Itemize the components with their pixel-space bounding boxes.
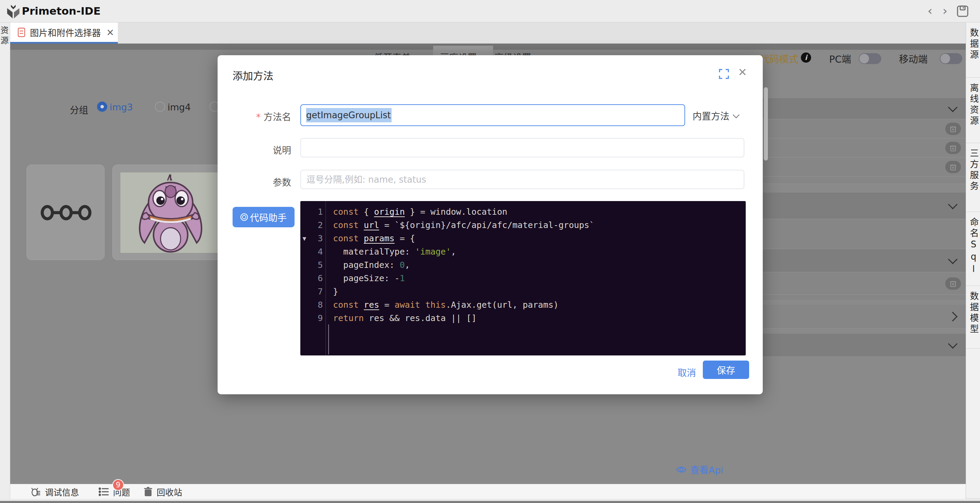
image-card-placeholder[interactable] [27, 164, 105, 260]
add-method-dialog: 添加方法 ✕ 方法名 getImageGroupList 内置方法 说明 参数 … [218, 55, 763, 394]
line-text: pageSize: -1 [323, 273, 405, 283]
delete-icon[interactable] [945, 161, 961, 173]
view-api-label: 查看Api [690, 463, 723, 476]
radio-label[interactable]: img4 [167, 102, 191, 112]
cancel-button[interactable]: 取消 [676, 365, 698, 379]
tab-bar [10, 22, 966, 44]
app-logo-icon [6, 4, 21, 19]
description-label: 说明 [232, 143, 291, 156]
line-number: 3 [309, 233, 323, 243]
eye-icon [676, 466, 687, 473]
line-text: const { origin } = window.location [323, 207, 508, 217]
line-text: materialType: 'image', [323, 247, 456, 257]
line-text: const res = await this.Ajax.get(url, par… [323, 300, 558, 310]
pc-side-toggle[interactable] [859, 53, 881, 64]
trash-icon [144, 487, 153, 497]
tab-image-attachment-selector[interactable]: 图片和附件选择器 × [10, 22, 118, 44]
chevron-down-icon [948, 339, 958, 348]
method-type-select[interactable]: 内置方法 [693, 109, 738, 122]
line-number: 9 [309, 313, 323, 323]
code-editor[interactable]: 1const { origin } = window.location2cons… [300, 201, 746, 355]
recycle-bin-label: 回收站 [157, 485, 182, 498]
rail-item-5[interactable]: 数据模型 [966, 286, 980, 349]
line-number: 1 [309, 207, 323, 217]
delete-icon[interactable] [945, 278, 961, 290]
cartoon-image [120, 172, 221, 253]
window-bottom-edge [0, 501, 980, 503]
dialog-title: 添加方法 [232, 67, 274, 83]
line-number: 8 [309, 300, 323, 310]
pc-side-label: PC端 [829, 52, 851, 65]
code-line: 7} [300, 285, 746, 298]
fold-marker-icon[interactable]: ▼ [300, 236, 309, 241]
tab-close-icon[interactable]: × [106, 27, 114, 38]
rail-item-label: 数据模型 [966, 291, 980, 335]
save-file-icon[interactable] [957, 5, 969, 17]
rail-item-4[interactable]: 命名Sql [966, 212, 980, 286]
params-label: 参数 [232, 175, 291, 188]
line-number: 5 [309, 260, 323, 270]
line-text: return res && res.data || [] [323, 313, 476, 323]
group-label: 分组 [70, 103, 88, 116]
app-title: Primeton-IDE [22, 5, 100, 17]
assistant-label: 代码助手 [250, 211, 287, 224]
delete-icon[interactable] [945, 142, 961, 154]
debug-info-button[interactable]: 调试信息 [31, 484, 79, 499]
line-text: const url = `${origin}/afc/api/afc/mater… [323, 220, 595, 230]
gutter-divider [326, 201, 326, 355]
code-line: 2const url = `${origin}/afc/api/afc/mate… [300, 219, 746, 232]
rail-item-3[interactable]: 三方服务 [966, 143, 980, 212]
vertical-scrollbar[interactable] [764, 87, 768, 161]
debug-info-label: 调试信息 [45, 485, 79, 498]
code-line: 5 pageIndex: 0, [300, 258, 746, 271]
rail-item-label: 命名Sql [966, 217, 980, 276]
code-line: ▼3const params = { [300, 232, 746, 245]
line-number: 4 [309, 247, 323, 257]
toggle-knob [940, 54, 950, 63]
nav-forward-icon[interactable]: › [943, 5, 947, 17]
rail-item-1[interactable]: 数据源 [966, 22, 980, 78]
save-button[interactable]: 保存 [703, 361, 749, 379]
code-line: 8const res = await this.Ajax.get(url, pa… [300, 298, 746, 311]
rail-item-label: 离线资源 [966, 83, 980, 127]
chevron-down-icon [948, 200, 958, 209]
recycle-bin-button[interactable]: 回收站 [144, 484, 182, 499]
left-rail-label: 资源 [0, 26, 10, 46]
code-assistant-button[interactable]: 代码助手 [232, 207, 294, 227]
radio-img4[interactable] [155, 102, 165, 112]
fullscreen-icon[interactable] [719, 69, 729, 79]
view-api-link[interactable]: 查看Api [676, 463, 723, 476]
method-type-value: 内置方法 [693, 109, 729, 122]
code-mode-link[interactable]: 代码模式 [760, 52, 798, 65]
params-input[interactable] [300, 170, 745, 189]
rail-empty-section [966, 349, 980, 498]
chevron-right-icon [948, 311, 958, 321]
code-line: 6 pageSize: -1 [300, 271, 746, 285]
status-bar: 调试信息 问题 回收站 [10, 484, 966, 499]
line-number: 6 [309, 273, 323, 283]
chevron-down-icon [733, 112, 740, 118]
code-line: 9return res && res.data || [] [300, 311, 746, 325]
line-number: 7 [309, 287, 323, 297]
image-card-cartoon[interactable] [112, 164, 228, 260]
line-number: 2 [309, 220, 323, 230]
close-icon[interactable]: ✕ [738, 67, 747, 78]
radio-label[interactable]: img3 [110, 102, 133, 112]
info-icon[interactable]: i [801, 53, 811, 63]
delete-icon[interactable] [945, 123, 961, 135]
left-rail-resources[interactable]: 资源 [0, 22, 10, 501]
method-name-input[interactable]: getImageGroupList [300, 104, 685, 126]
line-text: } [323, 287, 338, 297]
radio-img3[interactable] [97, 102, 107, 112]
debug-bug-icon [31, 487, 41, 497]
toggle-knob [859, 54, 869, 63]
rail-item-2[interactable]: 离线资源 [966, 78, 980, 143]
title-bar: Primeton-IDE ‹ › [0, 0, 980, 22]
nav-back-icon[interactable]: ‹ [928, 5, 932, 17]
group-radio-row: 分组 img3img4 [10, 101, 228, 118]
description-input[interactable] [300, 138, 745, 157]
problems-count-badge: 9 [112, 479, 124, 491]
tab-label: 图片和附件选择器 [30, 26, 101, 38]
mobile-side-toggle[interactable] [940, 53, 962, 64]
right-rail: 数据源离线资源三方服务命名Sql数据模型 [966, 22, 980, 501]
